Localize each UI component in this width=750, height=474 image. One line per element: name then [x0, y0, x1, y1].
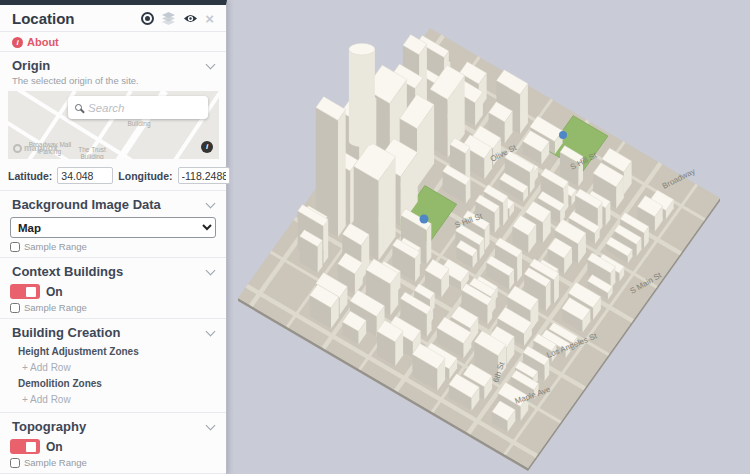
sample-range-checkbox[interactable] — [10, 303, 20, 313]
longitude-input[interactable] — [178, 167, 230, 184]
panel-header: Location × — [0, 5, 226, 31]
info-icon: i — [12, 37, 23, 48]
section-building-creation[interactable]: Building Creation — [0, 319, 226, 342]
chevron-down-icon — [206, 59, 216, 69]
layers-icon[interactable] — [161, 12, 176, 25]
section-topography[interactable]: Topography — [0, 413, 226, 436]
background-image-select[interactable]: Map — [10, 217, 216, 238]
latitude-input[interactable] — [57, 167, 113, 184]
zone-label: Height Adjustment Zones — [18, 344, 216, 359]
chevron-down-icon — [206, 326, 216, 336]
mapbox-logo: mapbox — [13, 143, 58, 153]
sample-range-checkbox[interactable] — [10, 242, 20, 252]
sample-range-checkbox[interactable] — [10, 458, 20, 468]
latitude-label: Latitude: — [8, 170, 52, 182]
topography-toggle[interactable] — [10, 439, 40, 454]
add-row-button[interactable]: + Add Row — [18, 391, 216, 408]
chevron-down-icon — [206, 198, 216, 208]
section-origin[interactable]: Origin — [0, 52, 226, 75]
sample-range-row: Sample Range — [0, 239, 226, 257]
origin-description: The selected origin of the site. — [0, 75, 226, 89]
map-info-icon[interactable]: i — [201, 141, 213, 153]
building-creation-zones: Height Adjustment Zones + Add Row Demoli… — [18, 344, 216, 408]
eye-icon[interactable] — [183, 13, 198, 24]
panel-title: Location — [12, 10, 75, 27]
map-marker-dot[interactable] — [420, 215, 429, 224]
chevron-down-icon — [206, 420, 216, 430]
section-context-buildings[interactable]: Context Buildings — [0, 258, 226, 281]
sample-range-row: Sample Range — [0, 300, 226, 318]
about-link[interactable]: i About — [0, 32, 226, 51]
context-buildings-toggle[interactable] — [10, 284, 40, 299]
mapbox-icon — [13, 144, 22, 153]
zone-label: Demolition Zones — [18, 376, 216, 391]
longitude-label: Longitude: — [118, 170, 172, 182]
origin-minimap[interactable]: de Puerto Rico Building Broadway Mall Pa… — [8, 91, 219, 159]
close-icon[interactable]: × — [205, 12, 214, 25]
search-input[interactable] — [88, 102, 201, 114]
target-icon[interactable] — [141, 12, 154, 25]
map-marker-dot[interactable] — [559, 131, 567, 139]
search-icon — [75, 104, 82, 111]
add-row-button[interactable]: + Add Row — [18, 359, 216, 376]
location-panel: Location × i About Origin The selected o… — [0, 0, 227, 474]
map-search — [68, 96, 208, 119]
coordinates-row: Latitude: Longitude: — [0, 163, 226, 190]
chevron-down-icon — [206, 265, 216, 275]
sample-range-row: Sample Range — [0, 455, 226, 473]
section-background-image-data[interactable]: Background Image Data — [0, 191, 226, 214]
